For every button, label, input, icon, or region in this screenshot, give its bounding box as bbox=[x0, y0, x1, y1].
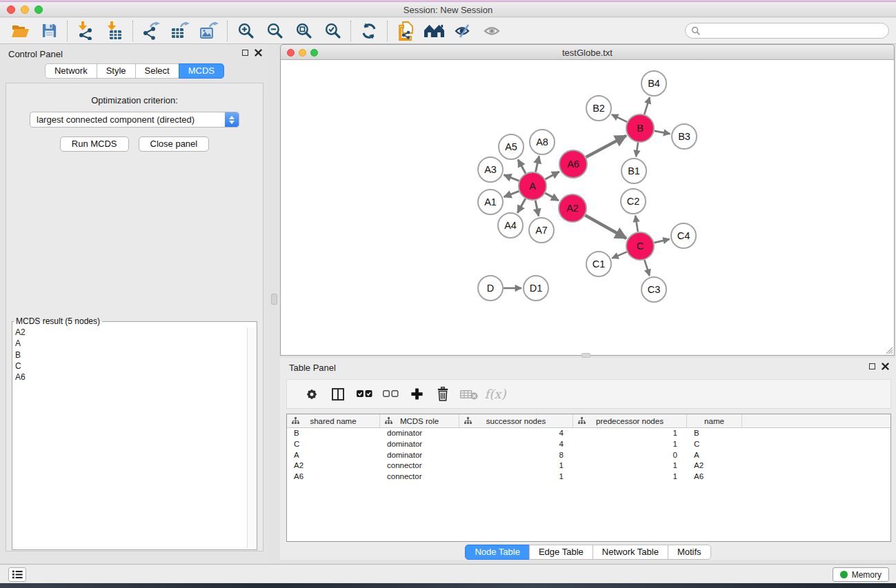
column-header-shared-name[interactable]: shared name bbox=[287, 414, 380, 427]
export-network-button[interactable] bbox=[137, 20, 166, 42]
float-table-panel-icon[interactable] bbox=[869, 363, 875, 369]
edge-A6-B[interactable] bbox=[586, 136, 626, 157]
search-input[interactable] bbox=[701, 26, 888, 36]
resize-grip-icon[interactable] bbox=[884, 345, 893, 354]
cell-successor-nodes[interactable]: 4 bbox=[459, 428, 573, 439]
close-table-panel-icon[interactable] bbox=[882, 363, 889, 370]
zoom-in-button[interactable] bbox=[231, 20, 260, 42]
cell-name[interactable]: A2 bbox=[687, 460, 742, 472]
tab-node-table[interactable]: Node Table bbox=[465, 545, 530, 560]
edge-A2-C[interactable] bbox=[585, 215, 626, 238]
mcds-result-item[interactable]: A6 bbox=[15, 372, 257, 383]
export-table-button[interactable] bbox=[166, 20, 195, 42]
deselect-all-columns-button[interactable] bbox=[377, 383, 404, 406]
horizontal-splitter-handle[interactable] bbox=[581, 353, 590, 358]
tab-select[interactable]: Select bbox=[135, 63, 179, 79]
network-window-titlebar[interactable]: testGlobe.txt bbox=[280, 44, 895, 60]
tab-style[interactable]: Style bbox=[97, 63, 136, 79]
add-row-button[interactable] bbox=[404, 383, 430, 406]
hide-selected-button[interactable] bbox=[449, 20, 478, 42]
column-header-name[interactable]: name bbox=[687, 414, 742, 427]
table-row[interactable]: Adominator80A bbox=[287, 450, 890, 461]
open-session-button[interactable] bbox=[6, 20, 34, 42]
cell-shared-name[interactable]: C bbox=[287, 439, 380, 450]
zoom-out-button[interactable] bbox=[260, 20, 289, 42]
edge-A-A2[interactable] bbox=[545, 193, 558, 201]
mcds-result-item[interactable]: C bbox=[15, 361, 257, 372]
cell-predecessor-nodes[interactable]: 0 bbox=[573, 450, 687, 461]
cell-successor-nodes[interactable]: 4 bbox=[459, 439, 573, 450]
new-network-from-selection-button[interactable] bbox=[391, 20, 420, 42]
task-history-button[interactable] bbox=[8, 567, 26, 582]
select-all-columns-button[interactable] bbox=[351, 383, 377, 406]
table-row[interactable]: A2connector11A2 bbox=[287, 460, 890, 472]
tab-edge-table[interactable]: Edge Table bbox=[529, 545, 593, 560]
table-options-button[interactable] bbox=[299, 383, 325, 406]
network-canvas[interactable]: B4B2BB3A8A5A6A3B1AC2A1A2A4A7C4CC1C3DD1 bbox=[280, 60, 895, 356]
cell-shared-name[interactable]: A6 bbox=[287, 472, 380, 483]
tab-network[interactable]: Network bbox=[45, 63, 97, 79]
memory-button[interactable]: Memory bbox=[833, 567, 889, 582]
edge-C-C1[interactable] bbox=[612, 252, 626, 258]
export-image-button[interactable] bbox=[195, 20, 223, 42]
cell-name[interactable]: B bbox=[687, 428, 742, 439]
cell-shared-name[interactable]: A2 bbox=[287, 460, 380, 472]
cell-predecessor-nodes[interactable]: 1 bbox=[573, 439, 687, 450]
edge-B-B3[interactable] bbox=[655, 131, 670, 134]
edge-A-A7[interactable] bbox=[535, 201, 539, 216]
column-header-successor-nodes[interactable]: successor nodes bbox=[459, 414, 573, 427]
function-builder-button[interactable]: f(x) bbox=[482, 383, 508, 406]
edge-A-A1[interactable] bbox=[504, 191, 519, 196]
network-graph[interactable]: B4B2BB3A8A5A6A3B1AC2A1A2A4A7C4CC1C3DD1 bbox=[281, 60, 894, 355]
cell-predecessor-nodes[interactable]: 1 bbox=[573, 460, 687, 472]
cell-predecessor-nodes[interactable]: 1 bbox=[573, 472, 687, 483]
edge-A-A3[interactable] bbox=[504, 175, 519, 181]
close-panel-button[interactable]: Close panel bbox=[139, 136, 210, 152]
search-field[interactable] bbox=[685, 23, 889, 39]
cell-MCDS-role[interactable]: connector bbox=[380, 472, 459, 483]
close-panel-icon[interactable] bbox=[255, 49, 262, 57]
show-all-button[interactable] bbox=[478, 20, 507, 42]
tab-mcds[interactable]: MCDS bbox=[179, 63, 224, 79]
cell-shared-name[interactable]: A bbox=[287, 450, 380, 461]
edge-C-C4[interactable] bbox=[654, 239, 669, 243]
mcds-result-item[interactable]: B bbox=[15, 349, 257, 361]
apply-layout-button[interactable] bbox=[355, 20, 384, 42]
table-body[interactable]: Bdominator41BCdominator41CAdominator80AA… bbox=[287, 428, 890, 483]
node-table[interactable]: shared nameMCDS rolesuccessor nodesprede… bbox=[286, 414, 891, 542]
result-scrollbar[interactable] bbox=[247, 327, 256, 549]
edge-C-C3[interactable] bbox=[644, 260, 649, 276]
mcds-result-item[interactable]: A2 bbox=[15, 327, 257, 338]
mcds-result-list[interactable]: A2ABCA6 bbox=[12, 326, 257, 383]
import-table-button[interactable] bbox=[100, 20, 129, 42]
edge-A-A8[interactable] bbox=[535, 156, 539, 172]
cell-MCDS-role[interactable]: dominator bbox=[380, 439, 459, 450]
zoom-selected-button[interactable] bbox=[318, 20, 347, 42]
cell-shared-name[interactable]: B bbox=[287, 428, 380, 439]
home-button[interactable] bbox=[420, 20, 449, 42]
cell-predecessor-nodes[interactable]: 1 bbox=[573, 428, 687, 439]
delete-selected-button[interactable] bbox=[430, 383, 456, 406]
cell-MCDS-role[interactable]: connector bbox=[380, 460, 459, 472]
show-columns-button[interactable] bbox=[325, 383, 351, 406]
mcds-result-item[interactable]: A bbox=[15, 338, 257, 349]
column-header-predecessor-nodes[interactable]: predecessor nodes bbox=[573, 414, 687, 427]
edge-A-A4[interactable] bbox=[517, 199, 525, 212]
vertical-splitter-handle[interactable] bbox=[271, 294, 277, 305]
float-panel-icon[interactable] bbox=[242, 50, 248, 56]
cell-MCDS-role[interactable]: dominator bbox=[380, 428, 459, 439]
delete-column-button[interactable] bbox=[456, 383, 482, 406]
network-view-window[interactable]: testGlobe.txt B4B2BB3A8A5A6A3B1AC2A1A2A4… bbox=[280, 44, 895, 356]
run-mcds-button[interactable]: Run MCDS bbox=[60, 136, 129, 152]
table-row[interactable]: Cdominator41C bbox=[287, 439, 890, 450]
cell-successor-nodes[interactable]: 1 bbox=[459, 460, 573, 472]
column-header-MCDS-role[interactable]: MCDS role bbox=[380, 414, 459, 427]
cell-name[interactable]: A bbox=[687, 450, 742, 461]
edge-A-A5[interactable] bbox=[518, 159, 526, 173]
edge-C-C2[interactable] bbox=[635, 216, 638, 232]
cell-name[interactable]: A6 bbox=[687, 472, 742, 483]
edge-B-B1[interactable] bbox=[636, 143, 638, 156]
import-network-button[interactable] bbox=[71, 20, 100, 42]
tab-motifs[interactable]: Motifs bbox=[668, 545, 711, 560]
cell-successor-nodes[interactable]: 8 bbox=[459, 450, 573, 461]
